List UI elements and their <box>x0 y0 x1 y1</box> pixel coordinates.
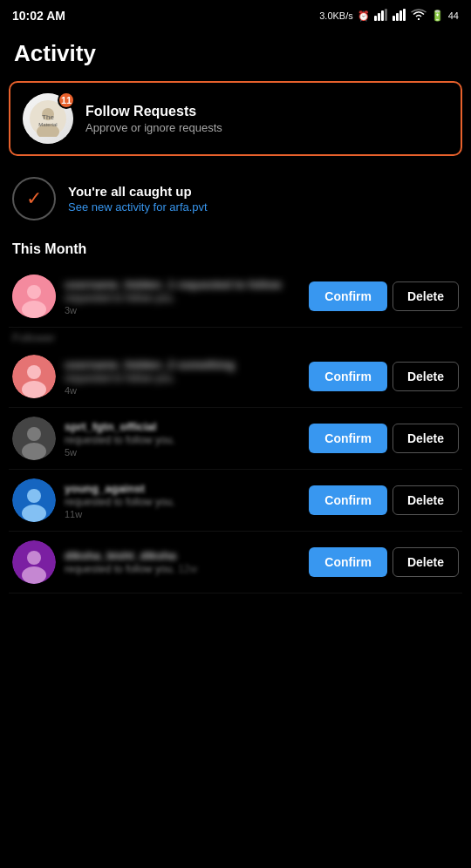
svg-rect-4 <box>392 16 395 21</box>
svg-rect-0 <box>374 16 377 21</box>
activity-item: diksha_bisht_diksha requested to follow … <box>9 532 462 593</box>
confirm-button[interactable]: Confirm <box>309 424 387 453</box>
avatar <box>12 417 56 460</box>
activity-username: username_hidden_2 something <box>65 358 300 371</box>
follow-requests-badge: 11 <box>58 92 75 109</box>
follow-requests-title: Follow Requests <box>85 104 222 119</box>
caught-up-title: You're all caught up <box>68 184 208 199</box>
activity-time: 11w <box>65 509 300 519</box>
signal-icon-1 <box>374 9 388 23</box>
activity-desc: requested to follow you. <box>65 292 300 304</box>
follow-requests-card[interactable]: The Material 11 Follow Requests Approve … <box>9 81 462 156</box>
activity-actions: Confirm Delete <box>309 485 459 515</box>
confirm-button[interactable]: Confirm <box>309 281 387 311</box>
activity-username: sprt_fgtn_official <box>65 420 300 433</box>
svg-point-26 <box>27 551 41 565</box>
activity-item: username_hidden_1 requested to follow re… <box>9 266 462 328</box>
delete-button[interactable]: Delete <box>392 281 459 311</box>
activity-username: young_against <box>65 482 300 495</box>
activity-actions: Confirm Delete <box>309 424 459 453</box>
activity-username: diksha_bisht_diksha <box>65 549 300 562</box>
activity-desc: requested to follow you. <box>65 496 300 508</box>
svg-rect-6 <box>399 10 402 21</box>
svg-rect-1 <box>378 13 380 21</box>
this-month-section-header: This Month <box>0 234 471 266</box>
activity-time: 5w <box>65 447 300 458</box>
svg-point-14 <box>27 285 41 299</box>
svg-rect-7 <box>403 9 406 21</box>
activity-info: sprt_fgtn_official requested to follow y… <box>65 420 300 458</box>
caught-up-link[interactable]: See new activity for arfa.pvt <box>68 200 208 214</box>
activity-desc: requested to follow you. <box>65 372 300 384</box>
follower-label: Follower <box>9 328 462 346</box>
follow-requests-text: Follow Requests Approve or ignore reques… <box>85 104 222 134</box>
svg-point-23 <box>27 489 41 503</box>
activity-actions: Confirm Delete <box>309 362 459 391</box>
activity-desc: requested to follow you. 12w <box>65 563 300 575</box>
page-header: Activity <box>0 31 471 78</box>
signal-icon-2 <box>392 9 406 23</box>
activity-list: username_hidden_1 requested to follow re… <box>0 266 471 593</box>
status-icons: 3.0KB/s ⏰ 🔋 <box>319 9 459 23</box>
confirm-button[interactable]: Confirm <box>309 485 387 515</box>
activity-info: diksha_bisht_diksha requested to follow … <box>65 549 300 575</box>
follow-requests-avatar-wrapper: The Material 11 <box>23 93 73 144</box>
svg-point-24 <box>22 505 46 522</box>
activity-item: sprt_fgtn_official requested to follow y… <box>9 408 462 470</box>
activity-desc: requested to follow you. <box>65 434 300 446</box>
svg-text:Material: Material <box>38 122 57 127</box>
wifi-icon <box>411 9 427 23</box>
delete-button[interactable]: Delete <box>392 547 459 577</box>
caught-up-text: You're all caught up See new activity fo… <box>68 184 208 214</box>
activity-actions: Confirm Delete <box>309 547 459 577</box>
activity-info: young_against requested to follow you. 1… <box>65 482 300 519</box>
activity-info: username_hidden_1 requested to follow re… <box>65 278 300 315</box>
delete-button[interactable]: Delete <box>392 424 459 453</box>
follow-requests-subtitle: Approve or ignore requests <box>85 121 222 134</box>
confirm-button[interactable]: Confirm <box>309 362 387 391</box>
status-time: 10:02 AM <box>12 9 65 23</box>
delete-button[interactable]: Delete <box>392 485 459 515</box>
svg-point-15 <box>22 301 46 318</box>
svg-rect-2 <box>381 10 384 21</box>
activity-info: username_hidden_2 something requested to… <box>65 358 300 396</box>
avatar <box>12 478 56 522</box>
activity-item: username_hidden_2 something requested to… <box>9 346 462 408</box>
activity-username: username_hidden_1 requested to follow <box>65 278 300 291</box>
caught-up-section: ✓ You're all caught up See new activity … <box>0 168 471 234</box>
alarm-icon: ⏰ <box>358 10 370 22</box>
svg-point-20 <box>27 427 41 441</box>
activity-time: 4w <box>65 385 300 396</box>
speed-indicator: 3.0KB/s <box>319 10 353 21</box>
checkmark-icon: ✓ <box>26 187 42 210</box>
activity-time: 3w <box>65 305 300 315</box>
svg-rect-5 <box>396 13 399 21</box>
svg-point-27 <box>22 566 46 584</box>
svg-text:The: The <box>42 113 54 121</box>
avatar <box>12 540 56 584</box>
battery-icon: 🔋 <box>431 10 444 22</box>
page-title: Activity <box>14 40 457 67</box>
svg-point-18 <box>22 381 46 398</box>
delete-button[interactable]: Delete <box>392 362 459 391</box>
svg-point-17 <box>27 365 41 379</box>
activity-actions: Confirm Delete <box>309 281 459 311</box>
activity-item: young_against requested to follow you. 1… <box>9 470 462 532</box>
avatar <box>12 355 56 398</box>
svg-rect-3 <box>385 9 387 21</box>
status-bar: 10:02 AM 3.0KB/s ⏰ <box>0 0 471 31</box>
battery-level: 44 <box>448 10 459 21</box>
caught-up-icon: ✓ <box>12 177 56 220</box>
avatar <box>12 275 56 318</box>
confirm-button[interactable]: Confirm <box>309 547 387 577</box>
svg-point-21 <box>22 443 46 460</box>
